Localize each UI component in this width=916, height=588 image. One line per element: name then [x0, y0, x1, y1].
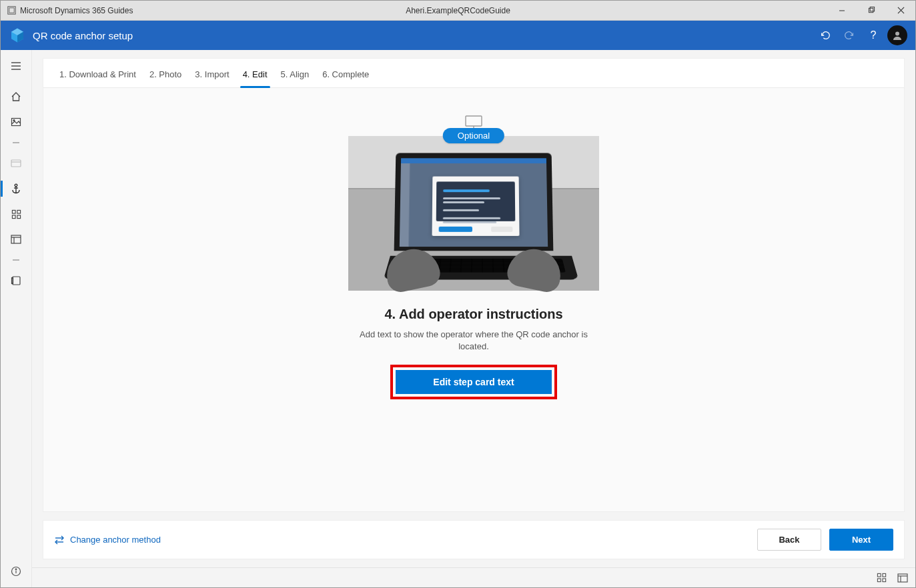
nav-library[interactable] — [1, 269, 31, 293]
appbar-title: QR code anchor setup — [33, 30, 133, 41]
svg-rect-19 — [12, 210, 15, 213]
svg-rect-22 — [17, 215, 20, 218]
nav-layout[interactable] — [1, 227, 31, 251]
laptop-illustration — [387, 152, 560, 288]
app-header: QR code anchor setup ? — [1, 21, 915, 50]
maximize-button[interactable] — [857, 1, 886, 21]
user-avatar[interactable] — [887, 25, 907, 45]
svg-rect-21 — [12, 215, 15, 218]
nav-grid[interactable] — [1, 202, 31, 226]
wizard-panel: 1. Download & Print 2. Photo 3. Import 4… — [43, 58, 905, 512]
nav-home[interactable] — [1, 85, 31, 109]
nav-collapse-2[interactable] — [1, 253, 31, 267]
svg-rect-35 — [877, 573, 881, 577]
svg-rect-14 — [11, 160, 21, 167]
undo-button[interactable] — [815, 25, 835, 45]
svg-point-16 — [15, 184, 17, 187]
status-bar — [32, 567, 915, 587]
cta-highlight: Edit step card text — [390, 365, 556, 399]
titlebar-left: Microsoft Dynamics 365 Guides — [1, 6, 133, 15]
left-nav — [1, 50, 32, 587]
svg-rect-4 — [870, 7, 874, 11]
svg-point-31 — [15, 569, 17, 570]
nav-info[interactable] — [1, 559, 31, 583]
change-anchor-label: Change anchor method — [70, 535, 161, 545]
optional-badge: Optional — [443, 128, 504, 143]
svg-rect-3 — [869, 8, 873, 12]
nav-hamburger[interactable] — [1, 54, 31, 78]
nav-anchor[interactable] — [1, 177, 31, 201]
next-button[interactable]: Next — [829, 529, 893, 551]
svg-rect-27 — [13, 277, 20, 285]
help-button[interactable]: ? — [863, 25, 883, 45]
step-title: 4. Add operator instructions — [384, 307, 562, 322]
redo-button[interactable] — [839, 25, 859, 45]
grid-view-icon[interactable] — [874, 571, 889, 585]
app-name: Microsoft Dynamics 365 Guides — [20, 6, 133, 15]
window-titlebar: Microsoft Dynamics 365 Guides Aheri.Exam… — [1, 1, 915, 21]
outline-view-icon[interactable] — [895, 571, 910, 585]
swap-icon — [54, 535, 65, 545]
app-logo-icon — [9, 27, 26, 44]
svg-rect-37 — [877, 579, 881, 582]
change-anchor-method-link[interactable]: Change anchor method — [54, 535, 161, 545]
wizard-footer: Change anchor method Back Next — [43, 520, 905, 559]
window-controls — [827, 1, 915, 21]
svg-rect-32 — [466, 116, 482, 126]
minimize-button[interactable] — [827, 1, 857, 21]
nav-collapse-1[interactable] — [1, 135, 31, 150]
document-title: Aheri.ExampleQRCodeGuide — [1, 6, 915, 15]
svg-rect-38 — [882, 579, 885, 582]
wizard-content: Optional — [43, 88, 904, 511]
main-area: 1. Download & Print 2. Photo 3. Import 4… — [32, 50, 915, 587]
svg-rect-36 — [882, 573, 885, 577]
tab-edit[interactable]: 4. Edit — [236, 65, 274, 87]
illustration: Optional — [348, 136, 599, 291]
svg-rect-1 — [9, 8, 14, 13]
svg-rect-20 — [17, 210, 20, 213]
svg-point-12 — [13, 120, 15, 121]
step-description: Add text to show the operator where the … — [354, 329, 594, 353]
app-glyph-icon — [7, 6, 16, 15]
tab-download-print[interactable]: 1. Download & Print — [53, 65, 143, 87]
wizard-tabs: 1. Download & Print 2. Photo 3. Import 4… — [43, 59, 904, 88]
tab-photo[interactable]: 2. Photo — [143, 65, 188, 87]
svg-rect-23 — [11, 235, 21, 243]
close-button[interactable] — [886, 1, 915, 21]
svg-rect-39 — [898, 574, 907, 582]
back-button[interactable]: Back — [757, 529, 821, 551]
app-window: Microsoft Dynamics 365 Guides Aheri.Exam… — [0, 0, 916, 588]
nav-card[interactable] — [1, 151, 31, 175]
tab-complete[interactable]: 6. Complete — [316, 65, 376, 87]
svg-point-7 — [895, 32, 899, 36]
tab-import[interactable]: 3. Import — [188, 65, 236, 87]
tab-align[interactable]: 5. Align — [274, 65, 316, 87]
nav-image[interactable] — [1, 110, 31, 134]
edit-step-card-button[interactable]: Edit step card text — [396, 370, 551, 394]
